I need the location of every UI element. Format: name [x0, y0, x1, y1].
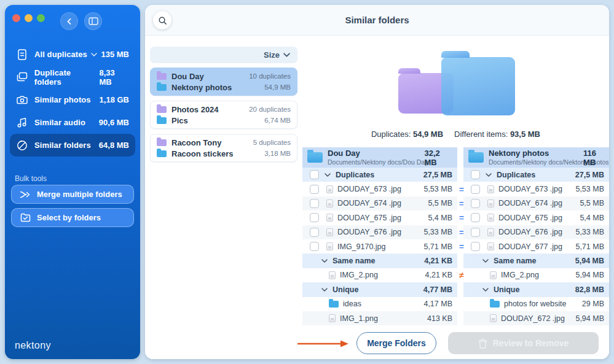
folder-row[interactable]: photos for website 29 MB: [463, 297, 609, 311]
chevron-down-icon[interactable]: [482, 259, 489, 263]
file-row[interactable]: DOUDAY_676 .jpg 5,33 MB: [463, 225, 609, 239]
sidebar: All duplicates 135 MB Duplicate folders …: [5, 5, 140, 359]
section-size: 27,5 MB: [575, 171, 607, 179]
close-window-button[interactable]: [12, 14, 20, 22]
group-card-racoon-tony[interactable]: Racoon Tony 5 duplicates Racoon stickers…: [150, 134, 297, 162]
section-row-same-name[interactable]: Same name 4,21 KB: [302, 254, 457, 268]
checkbox[interactable]: [471, 228, 480, 237]
merge-multiple-folders-button[interactable]: Merge multiple folders: [11, 185, 134, 204]
file-row[interactable]: DOUDAY_677 .jpg 5,71 MB: [463, 239, 609, 254]
sidebar-item-size: 90,6 MB: [99, 118, 129, 127]
file-row[interactable]: DOUDAY_676 .jpg 5,33 MB =: [302, 225, 457, 239]
group-folder2-name: Racoon stickers: [171, 149, 233, 158]
sidebar-icon: [89, 17, 98, 25]
nektony-logo: nektony: [15, 340, 51, 351]
bulk-tools-heading: Bulk tools: [15, 174, 47, 183]
page-title: Similar folders: [145, 5, 609, 36]
sort-dropdown[interactable]: Size: [150, 47, 297, 63]
file-name: IMG_2.png: [340, 271, 378, 279]
column-folder-size: 116 MB: [580, 149, 604, 167]
file-row[interactable]: DOUDAY_675 .jpg 5,4 MB: [463, 211, 609, 225]
file-size: 5,4 MB: [428, 214, 455, 222]
back-button[interactable]: [60, 12, 78, 30]
section-row-same-name[interactable]: Same name 5,94 MB: [463, 254, 609, 268]
chevron-down-icon[interactable]: [91, 53, 97, 56]
checkbox[interactable]: [471, 185, 480, 194]
file-size: 5,71 MB: [575, 242, 607, 251]
column-folder-name: Nektony photos: [489, 149, 580, 158]
chevron-down-icon[interactable]: [321, 288, 328, 292]
file-row[interactable]: DOUDAY_674 .jpg 5,5 MB =: [302, 196, 457, 211]
column-header[interactable]: Nektony photos Documents/Nektony docs/Ne…: [463, 147, 609, 168]
file-size: 5,94 MB: [575, 271, 607, 279]
section-row-duplicates[interactable]: Duplicates 27,5 MB: [463, 168, 609, 182]
file-row[interactable]: IMG_2.png 4,21 KB ≠: [302, 268, 457, 282]
chevron-down-icon[interactable]: [325, 173, 331, 177]
toggle-sidebar-button[interactable]: [84, 12, 102, 30]
file-size: 413 KB: [427, 314, 455, 323]
chevron-down-icon[interactable]: [321, 259, 328, 263]
group-folder2-name: Pics: [171, 116, 188, 125]
section-size: 4,77 MB: [423, 285, 455, 294]
groups-panel: Size Dou Day 10 duplicates Nektony photo…: [150, 41, 297, 359]
sidebar-item-all-duplicates[interactable]: All duplicates 135 MB: [10, 43, 135, 66]
chevron-down-icon[interactable]: [482, 288, 489, 292]
image-file-icon: [487, 228, 494, 236]
section-row-duplicates[interactable]: Duplicates 27,5 MB: [302, 168, 457, 182]
file-row[interactable]: IMG_1.png 413 KB: [302, 311, 457, 325]
checkbox[interactable]: [471, 199, 480, 208]
section-size: 4,21 KB: [424, 257, 455, 265]
sidebar-item-similar-audio[interactable]: Similar audio 90,6 MB: [10, 111, 135, 134]
sidebar-nav: All duplicates 135 MB Duplicate folders …: [10, 43, 135, 157]
image-file-icon: [326, 228, 333, 236]
group-card-dou-day[interactable]: Dou Day 10 duplicates Nektony photos 54,…: [150, 68, 297, 96]
section-row-unique[interactable]: Unique 82,8 MB: [463, 282, 609, 296]
merge-folders-button[interactable]: Merge Folders: [356, 332, 436, 354]
section-size: 5,94 MB: [575, 257, 607, 265]
checkbox[interactable]: [471, 170, 480, 179]
group-folder1-name: Photos 2024: [171, 105, 219, 114]
image-file-icon: [490, 314, 497, 322]
folder-row[interactable]: ideas 4,17 MB: [302, 297, 457, 311]
column-folder-size: 32,2 MB: [420, 149, 452, 167]
file-row[interactable]: DOUDAY_673 .jpg 5,53 MB =: [302, 182, 457, 196]
review-to-remove-button[interactable]: Review to Remove: [448, 332, 599, 354]
column-header[interactable]: Dou Day Documents/Nektony docs/Dou Day 3…: [302, 147, 457, 168]
sidebar-item-similar-photos[interactable]: Similar photos 1,18 GB: [10, 88, 135, 111]
checkbox[interactable]: [310, 213, 319, 222]
section-label: Duplicates: [497, 171, 535, 179]
file-row[interactable]: DOUDAY_675 .jpg 5,4 MB =: [302, 211, 457, 225]
duplicates-stat-value: 54,9 MB: [413, 130, 443, 139]
section-row-unique[interactable]: Unique 4,77 MB: [302, 282, 457, 296]
file-row[interactable]: DOUDAY_672 .jpg 5,94 MB: [463, 311, 609, 325]
folder-icon: [468, 152, 484, 163]
sidebar-item-duplicate-folders[interactable]: Duplicate folders 8,33 MB: [10, 66, 135, 88]
checkbox[interactable]: [310, 185, 319, 194]
checkbox[interactable]: [310, 170, 319, 179]
section-size: 82,8 MB: [575, 285, 607, 294]
minimize-window-button[interactable]: [25, 14, 33, 22]
main-panel: Similar folders Size Dou Day 10 duplicat…: [145, 5, 609, 359]
folder-blue-icon: [157, 84, 167, 91]
sidebar-item-similar-folders[interactable]: Similar folders 64,8 MB: [10, 134, 135, 157]
chevron-down-icon[interactable]: [486, 173, 492, 177]
checkbox[interactable]: [310, 228, 319, 237]
checkbox[interactable]: [310, 199, 319, 208]
checkbox[interactable]: [310, 242, 319, 251]
file-row[interactable]: DOUDAY_673 .jpg 5,53 MB: [463, 182, 609, 196]
group-card-photos-2024[interactable]: Photos 2024 20 duplicates Pics 6,74 MB: [150, 101, 297, 129]
merge-multiple-folders-label: Merge multiple folders: [37, 190, 122, 199]
zoom-window-button[interactable]: [37, 14, 45, 22]
group-duplicate-count: 20 duplicates: [249, 106, 291, 113]
select-by-folders-button[interactable]: Select by folders: [11, 208, 134, 227]
sidebar-item-label: Similar audio: [34, 118, 85, 127]
checkbox[interactable]: [471, 213, 480, 222]
chevron-down-icon: [283, 53, 290, 57]
file-row[interactable]: IMG_9170.jpg 5,71 MB =: [302, 239, 457, 254]
group-duplicate-count: 5 duplicates: [253, 139, 291, 146]
duplicate-folders-icon: [16, 71, 28, 83]
file-row[interactable]: DOUDAY_674 .jpg 5,5 MB: [463, 196, 609, 211]
checkbox[interactable]: [471, 242, 480, 251]
file-row[interactable]: IMG_2.png 5,94 MB: [463, 268, 609, 282]
folder-blue-icon: [329, 301, 339, 308]
